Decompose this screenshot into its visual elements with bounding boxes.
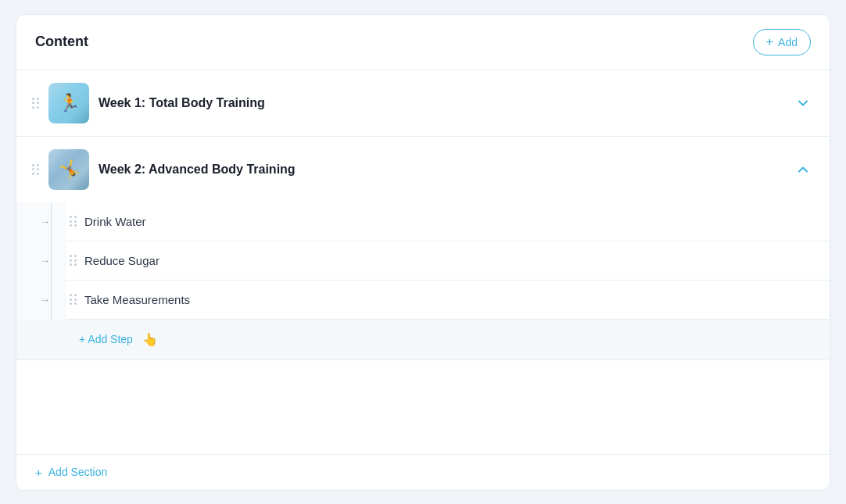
arrow-right-icon-3: → — [40, 294, 50, 306]
section-title-week1: Week 1: Total Body Training — [99, 96, 783, 110]
app-container: Content + Add Week 1: Total Body Trainin… — [0, 0, 846, 504]
add-step-label: + Add Step — [79, 333, 133, 345]
chevron-down-icon — [795, 95, 811, 111]
add-section-plus-icon: + — [35, 466, 42, 479]
step-item-take-measurements: Take Measurements — [66, 281, 830, 320]
cursor-icon: 👆 — [142, 332, 158, 347]
section-thumbnail-week2 — [48, 149, 89, 190]
section-row-week2: Week 2: Advanced Body Training — [16, 137, 830, 202]
arrow-right-icon-2: → — [40, 255, 50, 266]
step-item-drink-water: Drink Water — [66, 202, 830, 241]
section-row-week1: Week 1: Total Body Training — [16, 70, 830, 137]
drag-handle-drink-water[interactable] — [70, 216, 77, 227]
add-button[interactable]: + Add — [753, 29, 811, 55]
step-row-drink-water: → Drink Water — [16, 202, 830, 241]
week2-expanded-content: → Drink Water → — [16, 202, 830, 360]
card-body: Week 1: Total Body Training Week 2: Adva… — [16, 70, 830, 454]
expand-week1-button[interactable] — [792, 92, 814, 114]
plus-icon: + — [766, 35, 773, 49]
section-thumbnail-week1 — [48, 83, 89, 123]
step-title-take-measurements: Take Measurements — [84, 293, 190, 306]
page-title: Content — [35, 34, 88, 50]
collapse-week2-button[interactable] — [792, 159, 814, 181]
chevron-up-icon — [795, 162, 811, 177]
add-section-label: Add Section — [48, 466, 108, 478]
drag-handle-take-measurements[interactable] — [70, 294, 77, 305]
step-item-reduce-sugar: Reduce Sugar — [66, 241, 830, 281]
drag-handle-reduce-sugar[interactable] — [70, 255, 77, 266]
step-row-reduce-sugar: → Reduce Sugar — [16, 241, 830, 281]
step-row-take-measurements: → Take Measurements — [16, 281, 830, 320]
card-header: Content + Add — [16, 15, 830, 70]
arrow-right-icon-1: → — [40, 216, 50, 227]
drag-handle-week2[interactable] — [32, 164, 39, 175]
add-button-label: Add — [778, 36, 798, 48]
step-title-reduce-sugar: Reduce Sugar — [84, 254, 160, 267]
drag-handle-week1[interactable] — [32, 98, 39, 109]
section-title-week2: Week 2: Advanced Body Training — [99, 163, 783, 177]
content-card: Content + Add Week 1: Total Body Trainin… — [16, 14, 830, 491]
add-section-button[interactable]: + Add Section — [35, 466, 107, 479]
card-footer: + Add Section — [16, 454, 830, 490]
step-title-drink-water: Drink Water — [84, 215, 146, 228]
add-step-button[interactable]: + Add Step 👆 — [16, 320, 830, 359]
